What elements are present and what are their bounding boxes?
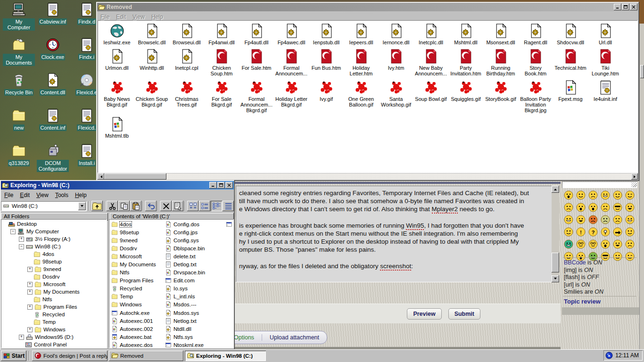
paste-button[interactable]	[130, 201, 141, 211]
expand-toggle[interactable]: +	[27, 267, 33, 272]
smiley-frown[interactable]	[588, 190, 598, 200]
file-icon-item[interactable]: Winhttp.dll	[134, 49, 169, 76]
tab-upload-attachment[interactable]: Upload attachment	[262, 334, 327, 341]
desktop-icon[interactable]: new	[3, 108, 35, 131]
smiley-laugh[interactable]	[613, 239, 622, 249]
smiley-frown[interactable]	[564, 203, 573, 212]
start-button[interactable]: Start	[1, 351, 26, 361]
tray-app-icon[interactable]: a	[605, 352, 613, 359]
maximize-button[interactable]	[622, 4, 629, 10]
menu-help[interactable]: Help	[148, 13, 166, 21]
file-icon-item[interactable]: Baby News Bkgrd.gif	[99, 80, 134, 113]
file-icon-item[interactable]: Santa Workshop.gif	[379, 80, 413, 113]
smiley-shades[interactable]	[613, 203, 622, 212]
list-item[interactable]: 4dos	[111, 220, 164, 228]
title-bar[interactable]: Exploring - Win98 (C:)	[1, 181, 234, 189]
list-item[interactable]: L_intl.nls	[165, 293, 224, 301]
clock[interactable]: 12:11 AM	[615, 352, 639, 359]
smiley-frown[interactable]	[601, 203, 610, 212]
file-icon-item[interactable]: Formal Announcem... Bkgrd.gif	[239, 80, 274, 113]
file-icon-item[interactable]: Holiday Letter Bkgrd.gif	[274, 80, 309, 113]
smiley-frown[interactable]	[601, 215, 610, 224]
submit-button[interactable]: Submit	[448, 308, 480, 320]
desktop-icon[interactable]: Cabview.inf	[37, 2, 69, 25]
file-icon-item[interactable]: Url.dll	[588, 23, 623, 45]
file-icon-item[interactable]: Urlmon.dll	[99, 49, 134, 76]
title-bar[interactable]: Removed	[97, 3, 638, 11]
file-icon-item[interactable]: Ragent.dll	[518, 23, 553, 45]
task-button[interactable]: Fool's design | Post a reply...	[32, 351, 107, 361]
smiley-frown[interactable]	[613, 215, 622, 224]
list-item[interactable]: Msdos.---	[165, 301, 224, 309]
menu-file[interactable]: File	[1, 191, 17, 199]
scroll-left-button[interactable]	[98, 173, 104, 180]
smiley-grin[interactable]	[564, 239, 573, 249]
file-icon-item[interactable]: Ivy.htm	[379, 49, 413, 76]
file-icon-item[interactable]: Christmas Trees.gif	[169, 80, 204, 113]
horizontal-scrollbar[interactable]	[98, 173, 638, 180]
file-icon-item[interactable]: Ieshwiz.exe	[99, 23, 134, 45]
file-icon-item[interactable]: For Sale Bkgrd.gif	[204, 80, 239, 113]
tree-item[interactable]: Control Panel	[1, 341, 107, 348]
desktop-icon[interactable]: Clock.exe	[37, 37, 69, 60]
smiley-glasses[interactable]	[576, 239, 586, 249]
file-icon-item[interactable]: Soup Bowl.gif	[413, 80, 448, 113]
tree-item[interactable]: Recycled	[1, 311, 107, 318]
close-button[interactable]	[630, 4, 637, 10]
tree-item[interactable]: Ntfs	[1, 296, 107, 303]
file-icon-item[interactable]: Mshtml.dll	[448, 23, 483, 45]
scroll-right-button[interactable]	[631, 173, 638, 180]
file-icon-item[interactable]: Squiggles.gif	[448, 80, 483, 113]
file-icon-item[interactable]: Holiday Letter.htm	[344, 49, 379, 76]
menu-view[interactable]: View	[129, 13, 148, 21]
smiley-frown[interactable]	[588, 215, 598, 224]
minimize-button[interactable]	[209, 182, 217, 189]
smiley-grin[interactable]	[601, 190, 610, 200]
vlarge-button[interactable]	[187, 201, 198, 211]
file-icon-item[interactable]: Running Birthday.htm	[483, 49, 518, 76]
smiley-smile[interactable]	[613, 252, 622, 261]
smiley-wink[interactable]	[625, 190, 635, 200]
list-item[interactable]: Detlog.txt	[165, 260, 224, 268]
tree-item[interactable]: Desktop	[1, 220, 107, 228]
file-icon-item[interactable]: Formal Announcem...	[274, 49, 309, 76]
menu-help[interactable]: Help	[72, 191, 90, 199]
file-icon-item[interactable]: Inetcpl.cpl	[169, 49, 204, 76]
smiley-open[interactable]	[576, 203, 586, 212]
expand-toggle[interactable]: +	[27, 327, 33, 332]
menu-edit[interactable]: Edit	[113, 13, 129, 21]
smiley-wink[interactable]	[625, 252, 635, 261]
tree-item[interactable]: +9xneed	[1, 265, 107, 273]
file-icon-item[interactable]: Inetcplc.dll	[413, 23, 448, 45]
list-item[interactable]: Config.dos	[165, 220, 224, 228]
list-item[interactable]: Config.jps	[165, 228, 224, 236]
smiley-grin[interactable]	[625, 215, 635, 224]
file-icon-item[interactable]: Ie4uinit.inf	[588, 80, 623, 113]
textarea-scrollbar[interactable]	[552, 186, 559, 282]
vlist-button[interactable]	[211, 201, 222, 211]
expand-toggle[interactable]: +	[19, 335, 24, 340]
menu-file[interactable]: File	[97, 13, 113, 21]
list-item[interactable]: Autochk.exe	[111, 309, 164, 317]
file-icon-item[interactable]: Shdocvw.dll	[553, 23, 588, 45]
smiley-arrow[interactable]	[613, 227, 622, 237]
menu-view[interactable]: View	[33, 191, 52, 199]
scrollbar-thumb[interactable]	[552, 253, 559, 272]
del-button[interactable]	[160, 201, 172, 211]
tree-item[interactable]: 98setup	[1, 258, 107, 265]
file-icon-item[interactable]: Tiki Lounge.htm	[588, 49, 623, 76]
smiley-laugh[interactable]	[576, 215, 586, 224]
tree-item[interactable]: 4dos	[1, 250, 107, 258]
list-item[interactable]: Autoexec.001	[111, 317, 164, 325]
list-item[interactable]: Dosdrv	[111, 244, 164, 252]
scrollbar-thumb[interactable]	[104, 173, 166, 180]
file-icon-item[interactable]: Fp4awec.dll	[274, 23, 309, 45]
tree-item[interactable]: +My Documents	[1, 288, 107, 296]
file-icon-item[interactable]: Msonsext.dll	[483, 23, 518, 45]
list-item[interactable]: Autoexec.bat	[111, 333, 164, 341]
list-item[interactable]: Dblspace.bin	[165, 244, 224, 252]
minimize-button[interactable]	[614, 4, 621, 10]
collapse-toggle[interactable]: −	[19, 244, 24, 249]
scroll-down-button[interactable]	[552, 275, 559, 282]
file-icon-item[interactable]: Balloon Party Invitation Bkgrd.jpg	[518, 80, 553, 113]
